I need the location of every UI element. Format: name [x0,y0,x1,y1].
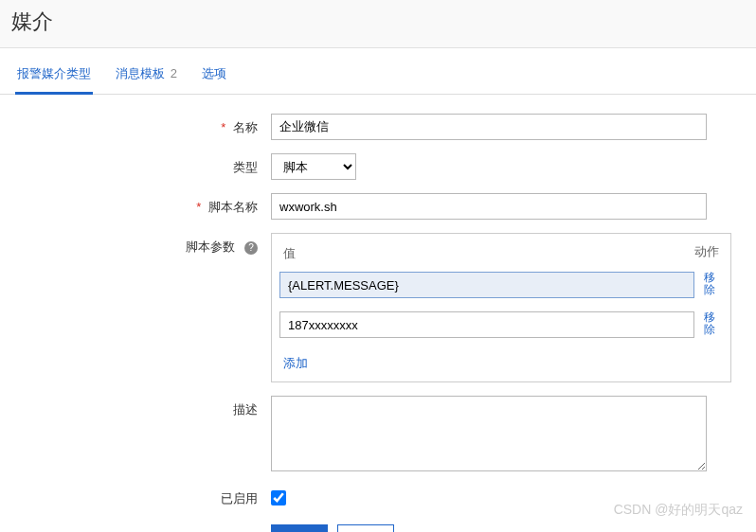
required-mark: * [221,120,225,134]
label-script-name: * 脚本名称 [28,193,271,216]
help-icon[interactable]: ? [244,241,258,255]
tab-label: 选项 [202,66,226,80]
row-description: 描述 [28,396,728,471]
label-type: 类型 [28,153,271,176]
type-select[interactable]: 脚本 [271,153,356,180]
cancel-button[interactable]: 取消 [337,524,394,532]
required-mark: * [196,200,201,214]
label-script-params: 脚本参数 ? [28,233,271,256]
param-add-link[interactable]: 添加 [279,351,308,374]
param-row: 移除 [279,311,723,338]
param-remove-link[interactable]: 移除 [704,272,723,296]
row-name: * 名称 [28,114,728,140]
param-input[interactable] [279,272,694,298]
label-name: * 名称 [28,114,271,136]
tab-message-template[interactable]: 消息模板 2 [114,60,179,94]
row-type: 类型 脚本 [28,153,728,180]
label-enabled: 已启用 [28,485,271,507]
params-header: 值 动作 [279,241,723,272]
tab-label: 消息模板 [116,66,165,80]
params-header-action: 动作 [694,245,723,262]
tab-label: 报警媒介类型 [17,66,91,80]
enabled-checkbox[interactable] [271,490,286,505]
params-box: 值 动作 移除 移除 添加 [271,233,731,382]
label-description: 描述 [28,396,271,418]
param-remove-link[interactable]: 移除 [704,311,723,336]
script-name-input[interactable] [271,193,707,220]
tab-options[interactable]: 选项 [200,60,228,94]
tab-media-type[interactable]: 报警媒介类型 [15,60,93,95]
description-textarea[interactable] [271,396,707,471]
name-input[interactable] [271,114,707,140]
tabs: 报警媒介类型 消息模板 2 选项 [0,48,756,95]
submit-button[interactable]: 添加 [271,524,328,532]
page-title: 媒介 [0,0,756,48]
row-script-params: 脚本参数 ? 值 动作 移除 移除 添加 [28,233,728,382]
button-row: 添加 取消 [28,524,728,532]
params-header-value: 值 [283,245,694,262]
tab-count: 2 [171,66,177,80]
form: * 名称 类型 脚本 * 脚本名称 脚本参数 ? [0,95,756,532]
param-input[interactable] [279,311,694,338]
param-row: 移除 [279,272,723,298]
row-script-name: * 脚本名称 [28,193,728,220]
watermark: CSDN @好的明天qaz [614,502,743,519]
